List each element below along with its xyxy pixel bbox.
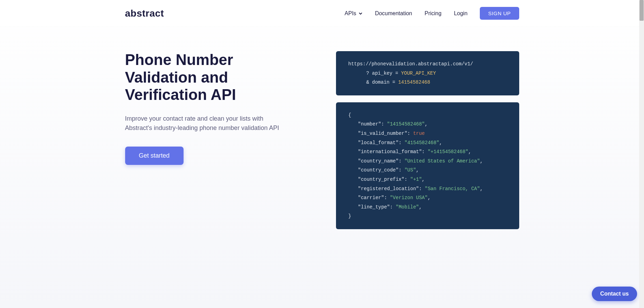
code-param2: & domain = 14154582468 (348, 78, 507, 87)
nav: APIs Documentation Pricing Login SIGN UP (345, 7, 519, 20)
page-subtitle: Improve your contact rate and clean your… (125, 114, 284, 133)
signup-button[interactable]: SIGN UP (480, 7, 519, 20)
code-response-line: "country_code": "US", (348, 166, 507, 175)
nav-apis-label: APIs (345, 10, 356, 17)
code-response-line: "country_name": "United States of Americ… (348, 157, 507, 166)
nav-pricing[interactable]: Pricing (424, 10, 441, 17)
code-response-line: "international_format": "+14154582468", (348, 147, 507, 157)
code-response-line: "is_valid_number": true (348, 129, 507, 138)
code-request-block: https://phonevalidation.abstractapi.com/… (336, 51, 519, 95)
nav-documentation[interactable]: Documentation (375, 10, 412, 17)
hero-right: https://phonevalidation.abstractapi.com/… (336, 51, 519, 229)
page-title: Phone Number Validation and Verification… (125, 51, 308, 104)
code-url: https://phonevalidation.abstractapi.com/… (348, 61, 473, 67)
code-param1: ? api_key = YOUR_API_KEY (348, 69, 507, 78)
contact-us-button[interactable]: Contact us (592, 287, 637, 301)
code-brace-close: } (348, 213, 351, 219)
code-response-line: "registered_location": "San Francisco, C… (348, 184, 507, 194)
code-brace-open: { (348, 112, 351, 118)
scrollbar-thumb[interactable] (640, 0, 644, 21)
logo[interactable]: abstract (125, 8, 164, 19)
hero-left: Phone Number Validation and Verification… (125, 51, 308, 165)
code-response-line: "country_prefix": "+1", (348, 175, 507, 184)
chevron-down-icon (358, 11, 363, 16)
code-response-line: "number": "14154582468", (348, 120, 507, 129)
code-response-block: {"number": "14154582468","is_valid_numbe… (336, 102, 519, 229)
code-response-line: "line_type": "Mobile", (348, 203, 507, 212)
header: abstract APIs Documentation Pricing Logi… (0, 0, 644, 27)
main: Phone Number Validation and Verification… (115, 27, 530, 253)
nav-login[interactable]: Login (454, 10, 467, 17)
scrollbar-track[interactable] (639, 0, 644, 308)
nav-apis[interactable]: APIs (345, 10, 363, 17)
code-response-line: "local_format": "4154582468", (348, 138, 507, 148)
code-response-line: "carrier": "Verizon USA", (348, 193, 507, 203)
get-started-button[interactable]: Get started (125, 147, 184, 165)
header-inner: abstract APIs Documentation Pricing Logi… (115, 7, 530, 20)
